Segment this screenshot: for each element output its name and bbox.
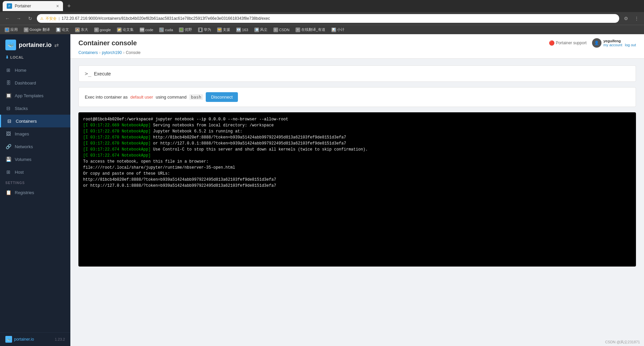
- bookmark-item[interactable]: 📧163: [234, 27, 250, 33]
- back-button[interactable]: ←: [3, 14, 12, 23]
- bookmark-label: 小计: [337, 27, 344, 32]
- sidebar-label: Images: [15, 131, 29, 136]
- sidebar-item-app-templates[interactable]: 🔲App Templates: [0, 89, 70, 102]
- disconnect-button[interactable]: Disconnect: [206, 92, 238, 102]
- term-blank: To access the notebook, open this file i…: [83, 159, 208, 164]
- security-warning-icon: ⚠: [40, 16, 44, 21]
- bookmark-label: cuda: [165, 28, 173, 32]
- bookmark-item[interactable]: Ggoogle: [92, 27, 113, 33]
- support-icon: 🔴: [549, 40, 555, 46]
- sidebar-item-home[interactable]: ⊞Home: [0, 64, 70, 76]
- bookmark-label: 东大: [81, 27, 88, 32]
- bookmark-item[interactable]: 📄论文: [54, 26, 71, 33]
- terminal-line: or http://127.0.0.1:8888/?token=b939a514…: [83, 183, 631, 189]
- bookmark-item[interactable]: 🌿优野: [177, 26, 194, 33]
- sidebar-item-stacks[interactable]: ⊟Stacks: [0, 102, 70, 115]
- term-time: [I 03:17:22.670: [83, 135, 122, 140]
- bookmark-item[interactable]: 📱华为: [196, 26, 213, 33]
- bookmark-item[interactable]: 📁论文集: [115, 26, 136, 33]
- sidebar: 🐳 portainer.io ⇄ ⬇ LOCAL ⊞Home🗄Dashboard…: [0, 34, 70, 346]
- breadcrumb-sep2: ›: [123, 50, 124, 55]
- sidebar-icon: 💾: [5, 156, 11, 162]
- terminal[interactable]: root@81bcb4b020ef:/workspace# jupyter no…: [78, 112, 636, 267]
- sidebar-logo: 🐳 portainer.io ⇄: [0, 34, 70, 53]
- sidebar-item-dashboard[interactable]: 🗄Dashboard: [0, 76, 70, 89]
- address-text[interactable]: 172.20.67.216:9000/#/containers/81bcb4b0…: [62, 16, 270, 21]
- sidebar-item-volumes[interactable]: 💾Volumes: [0, 153, 70, 166]
- using-command-text: using command: [156, 95, 187, 100]
- footer-logo-icon: 🐳: [5, 336, 12, 343]
- tab-favicon: P: [7, 3, 12, 9]
- sidebar-icon: ⊟: [6, 118, 12, 124]
- env-switch-icon[interactable]: ⇄: [54, 42, 59, 48]
- term-blank: Or copy and paste one of these URLs:: [83, 171, 170, 176]
- sidebar-icon: ⊞: [5, 67, 11, 73]
- sidebar-settings-icon: 📋: [5, 189, 11, 195]
- sidebar-item-images[interactable]: 🖼Images: [0, 127, 70, 140]
- bookmark-label: code: [145, 28, 153, 32]
- reload-button[interactable]: ↻: [25, 14, 35, 23]
- new-tab-button[interactable]: +: [64, 1, 74, 11]
- bookmark-label: 在线翻译_有道: [301, 27, 325, 32]
- content-area: >_ Execute Exec into container as defaul…: [70, 59, 644, 346]
- bookmark-item[interactable]: 🏫东大: [73, 26, 90, 33]
- active-tab[interactable]: P Portainer ×: [3, 1, 63, 11]
- bookmarks-bar: 🔷应用GGoogle 翻译📄论文🏫东大Ggoogle📁论文集⌨code🔧cuda…: [0, 25, 644, 34]
- breadcrumb-containers[interactable]: Containers: [78, 50, 98, 55]
- support-text: Portainer support: [556, 41, 587, 45]
- user-menu[interactable]: 👤 yeguifeng my account log out: [592, 38, 636, 48]
- terminal-line: [C 03:17:22.674 NotebookApp]: [83, 153, 631, 159]
- bookmark-item[interactable]: CCSDN: [271, 27, 292, 33]
- sidebar-icon: ⊞: [5, 169, 11, 175]
- breadcrumb-current: Console: [126, 50, 140, 55]
- extensions-button[interactable]: ⚙: [621, 14, 631, 23]
- bookmark-item[interactable]: 🤝支援: [215, 26, 232, 33]
- term-time: [I 03:17:22.670: [83, 141, 122, 146]
- bookmark-icon: 🤝: [217, 27, 222, 32]
- sidebar-item-networks[interactable]: 🔗Networks: [0, 140, 70, 153]
- forward-button[interactable]: →: [14, 14, 23, 23]
- execute-label: Execute: [94, 71, 111, 76]
- bookmark-icon: 📁: [117, 27, 122, 32]
- bookmark-label: CSDN: [279, 28, 289, 32]
- bookmark-label: 论文: [62, 27, 69, 32]
- sidebar-settings-label: Registries: [15, 190, 34, 195]
- browser-chrome: P Portainer × + ← → ↻ ⚠ 不安全 | 172.20.67.…: [0, 0, 644, 34]
- bookmark-item[interactable]: 🔷应用: [3, 26, 20, 33]
- security-warning-text: 不安全: [46, 16, 57, 21]
- bookmark-item[interactable]: 💨风尘: [252, 26, 269, 33]
- address-bar[interactable]: ⚠ 不安全 | 172.20.67.216:9000/#/containers/…: [37, 14, 619, 23]
- bookmark-item[interactable]: ⌨code: [138, 27, 155, 33]
- breadcrumb-sep1: ›: [99, 50, 101, 55]
- bookmark-item[interactable]: 🔧cuda: [157, 27, 175, 33]
- breadcrumb-pytorch190[interactable]: pytorch190: [102, 50, 122, 55]
- sidebar-settings-item-registries[interactable]: 📋Registries: [0, 186, 70, 199]
- term-cursor: [C 03:17:22.674 NotebookApp]: [83, 153, 151, 158]
- term-app: NotebookApp]: [122, 147, 150, 152]
- bookmark-item[interactable]: Y在线翻译_有道: [294, 26, 327, 33]
- tab-close-button[interactable]: ×: [56, 3, 59, 9]
- sidebar-item-host[interactable]: ⊞Host: [0, 166, 70, 178]
- sidebar-item-containers[interactable]: ⊟Containers: [0, 115, 70, 127]
- support-link[interactable]: 🔴 Portainer support: [549, 40, 587, 46]
- terminal-line: [I 03:17:22.670 NotebookApp] or http://1…: [83, 140, 631, 147]
- bookmark-icon: 💨: [254, 27, 259, 32]
- logout-link[interactable]: log out: [625, 43, 636, 47]
- term-text: or http://127.0.0.1:8888/?token=b939a514…: [151, 141, 346, 146]
- menu-button[interactable]: ⋮: [632, 14, 641, 23]
- breadcrumb: Containers › pytorch190 › Console: [78, 50, 636, 58]
- terminal-prompt-line: root@81bcb4b020ef:/workspace# jupyter no…: [83, 116, 631, 122]
- sidebar-icon: 🔗: [5, 143, 11, 150]
- bookmark-icon: C: [273, 27, 278, 32]
- terminal-line: [I 03:17:22.674 NotebookApp] Use Control…: [83, 147, 631, 153]
- bookmark-label: 163: [242, 28, 248, 32]
- sidebar-nav: ⊞Home🗄Dashboard🔲App Templates⊟Stacks⊟Con…: [0, 64, 70, 178]
- term-time: [I 03:17:22.669: [83, 123, 122, 128]
- footer-logo: 🐳 portainer.io: [5, 336, 34, 343]
- bookmark-item[interactable]: 📊小计: [329, 26, 346, 33]
- my-account-link[interactable]: my account: [603, 43, 622, 47]
- nav-action-buttons: ⚙ ⋮: [621, 14, 641, 23]
- bookmark-icon: 📧: [236, 27, 241, 32]
- app-layout: 🐳 portainer.io ⇄ ⬇ LOCAL ⊞Home🗄Dashboard…: [0, 34, 644, 346]
- bookmark-item[interactable]: GGoogle 翻译: [22, 26, 52, 33]
